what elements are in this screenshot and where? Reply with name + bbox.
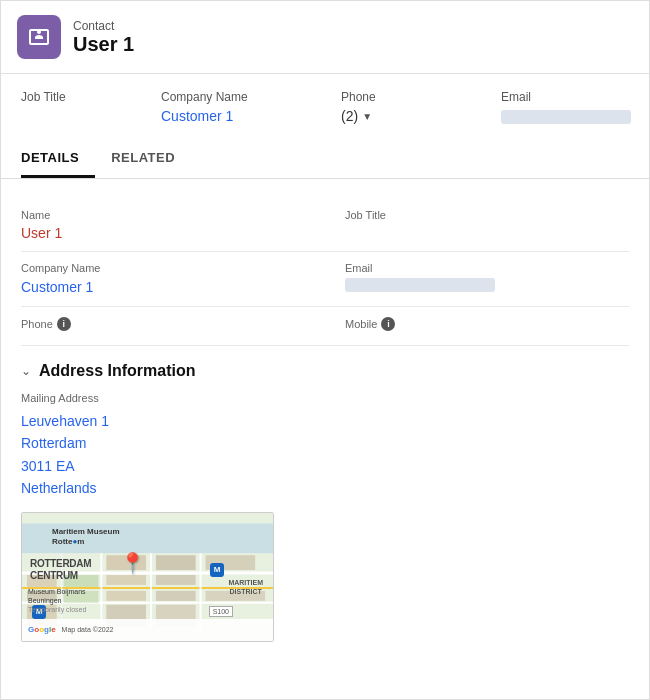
- header-text: Contact User 1: [73, 19, 134, 56]
- tab-details[interactable]: DETAILS: [21, 140, 95, 178]
- top-fields: Job Title Company Name Customer 1 Phone …: [1, 74, 649, 140]
- map-pin[interactable]: 📍: [120, 551, 145, 575]
- google-logo: Google: [28, 625, 56, 634]
- company-name-value[interactable]: Customer 1: [161, 108, 321, 124]
- details-section: Name User 1 Job Title Company Name Custo…: [1, 179, 649, 346]
- map-s100-badge: S100: [209, 606, 233, 617]
- address-section-title: Address Information: [39, 362, 195, 380]
- phone-field: Phone (2) ▼: [341, 90, 481, 124]
- detail-phone-field: Phone i: [21, 307, 325, 346]
- svg-rect-9: [156, 555, 196, 570]
- page-container: Contact User 1 Job Title Company Name Cu…: [0, 0, 650, 700]
- name-value: User 1: [21, 225, 305, 241]
- map-maritime-label: Maritiem MuseumRotte●m: [52, 527, 120, 548]
- map-museum-bottom-label: Museum BoijmansBeuningenTemporarily clos…: [28, 587, 86, 614]
- email-field: Email: [501, 90, 629, 124]
- detail-company-field: Company Name Customer 1: [21, 252, 325, 307]
- collapse-icon[interactable]: ⌄: [21, 364, 31, 378]
- phone-info-icon[interactable]: i: [57, 317, 71, 331]
- phone-dropdown-icon[interactable]: ▼: [362, 111, 372, 122]
- address-section: ⌄ Address Information Mailing Address Le…: [1, 346, 649, 642]
- detail-company-label: Company Name: [21, 262, 305, 274]
- header: Contact User 1: [1, 1, 649, 74]
- svg-rect-11: [106, 575, 146, 585]
- contact-icon: [17, 15, 61, 59]
- name-field: Name User 1: [21, 199, 325, 252]
- svg-rect-12: [156, 575, 196, 585]
- phone-label: Phone: [341, 90, 481, 104]
- details-grid: Name User 1 Job Title Company Name Custo…: [21, 199, 629, 346]
- map-metro-icon-1: M: [210, 563, 224, 577]
- address-header: ⌄ Address Information: [21, 362, 629, 380]
- detail-email-label: Email: [345, 262, 629, 274]
- svg-rect-16: [156, 590, 196, 600]
- map-background: Maritiem MuseumRotte●m ROTTERDAMCENTRUM …: [22, 513, 273, 641]
- address-street[interactable]: Leuvehaven 1: [21, 410, 629, 432]
- detail-company-value[interactable]: Customer 1: [21, 279, 93, 295]
- header-title: User 1: [73, 33, 134, 56]
- address-city[interactable]: Rotterdam: [21, 432, 629, 454]
- detail-mobile-label: Mobile i: [345, 317, 629, 331]
- job-title-label: Job Title: [21, 90, 141, 104]
- phone-count: (2): [341, 108, 358, 124]
- map-container[interactable]: Maritiem MuseumRotte●m ROTTERDAMCENTRUM …: [21, 512, 274, 642]
- mailing-label: Mailing Address: [21, 392, 629, 404]
- name-label: Name: [21, 209, 305, 221]
- detail-mobile-field: Mobile i: [325, 307, 629, 346]
- map-rotterdam-label: ROTTERDAMCENTRUM: [30, 558, 91, 582]
- map-district-label: MARITIEMDISTRICT: [228, 578, 263, 596]
- contact-icon-svg: [27, 25, 51, 49]
- header-label: Contact: [73, 19, 134, 33]
- detail-email-redacted: [345, 278, 495, 292]
- phone-row: (2) ▼: [341, 108, 481, 124]
- detail-job-title-label: Job Title: [345, 209, 629, 221]
- address-postal[interactable]: 3011 EA: [21, 455, 629, 477]
- detail-job-title-field: Job Title: [325, 199, 629, 252]
- detail-email-field: Email: [325, 252, 629, 307]
- tabs: DETAILS RELATED: [1, 140, 649, 179]
- job-title-field: Job Title: [21, 90, 141, 108]
- map-data-label: Map data ©2022: [62, 626, 114, 633]
- mobile-info-icon[interactable]: i: [381, 317, 395, 331]
- company-name-label: Company Name: [161, 90, 321, 104]
- tab-related[interactable]: RELATED: [111, 140, 191, 178]
- email-label: Email: [501, 90, 629, 104]
- address-country[interactable]: Netherlands: [21, 477, 629, 499]
- email-redacted: [501, 110, 631, 124]
- svg-rect-15: [106, 590, 146, 600]
- company-name-field: Company Name Customer 1: [161, 90, 321, 124]
- detail-phone-label: Phone i: [21, 317, 305, 331]
- map-bottom-bar: Google Map data ©2022: [22, 619, 273, 641]
